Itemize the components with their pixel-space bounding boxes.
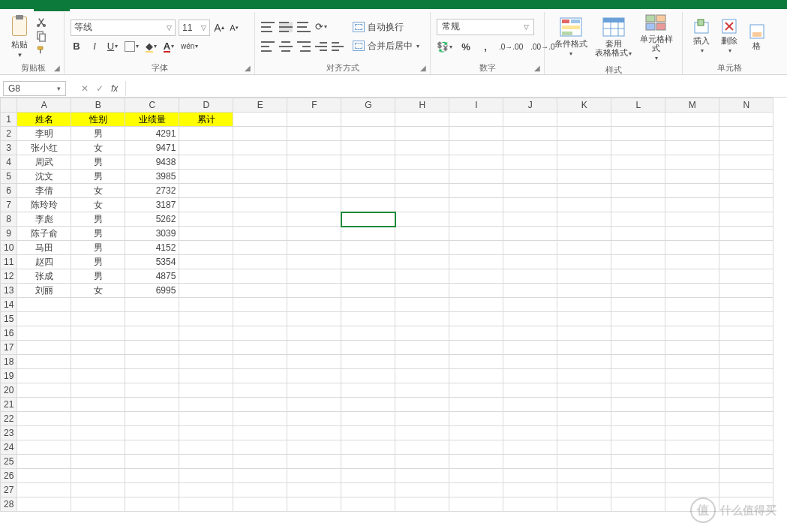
row-header-28[interactable]: 28 <box>1 497 17 512</box>
row-header-22[interactable]: 22 <box>1 412 17 426</box>
cell-G6[interactable] <box>341 184 395 198</box>
cell-J5[interactable] <box>503 170 557 184</box>
cell-G28[interactable] <box>341 497 395 512</box>
cell-I15[interactable] <box>449 312 503 326</box>
row-header-9[interactable]: 9 <box>1 227 17 241</box>
cell-A20[interactable] <box>17 383 71 398</box>
row-header-3[interactable]: 3 <box>1 141 17 155</box>
name-box[interactable]: G8▾ <box>3 81 66 96</box>
cell-H23[interactable] <box>395 426 449 440</box>
cell-A17[interactable] <box>17 341 71 355</box>
cell-L10[interactable] <box>611 241 665 255</box>
orientation-button[interactable]: ⟳▾ <box>315 20 327 35</box>
cell-G14[interactable] <box>341 298 395 312</box>
cell-H27[interactable] <box>395 483 449 497</box>
cell-J21[interactable] <box>503 398 557 412</box>
bold-button[interactable]: B <box>71 39 83 54</box>
cell-E4[interactable] <box>233 155 287 170</box>
cell-L22[interactable] <box>611 412 665 426</box>
cell-K9[interactable] <box>557 227 611 241</box>
cell-A24[interactable] <box>17 440 71 455</box>
cell-N3[interactable] <box>719 141 773 155</box>
row-header-23[interactable]: 23 <box>1 426 17 440</box>
cell-M9[interactable] <box>665 227 719 241</box>
cell-L25[interactable] <box>611 455 665 469</box>
cell-L20[interactable] <box>611 383 665 398</box>
cell-F5[interactable] <box>287 170 341 184</box>
cell-C11[interactable]: 5354 <box>125 255 179 269</box>
cell-D16[interactable] <box>179 326 233 341</box>
cell-A7[interactable]: 陈玲玲 <box>17 198 71 212</box>
column-header-F[interactable]: F <box>287 98 341 113</box>
cell-C6[interactable]: 2732 <box>125 184 179 198</box>
cell-C12[interactable]: 4875 <box>125 269 179 284</box>
cell-I8[interactable] <box>449 212 503 227</box>
cell-M10[interactable] <box>665 241 719 255</box>
cell-D24[interactable] <box>179 440 233 455</box>
cell-E17[interactable] <box>233 341 287 355</box>
cell-F27[interactable] <box>287 483 341 497</box>
cell-B11[interactable]: 男 <box>71 255 125 269</box>
cell-N14[interactable] <box>719 298 773 312</box>
cell-N5[interactable] <box>719 170 773 184</box>
cell-F22[interactable] <box>287 412 341 426</box>
cell-F28[interactable] <box>287 497 341 512</box>
cell-D22[interactable] <box>179 412 233 426</box>
cell-M5[interactable] <box>665 170 719 184</box>
cell-L16[interactable] <box>611 326 665 341</box>
cell-M8[interactable] <box>665 212 719 227</box>
phonetic-button[interactable]: wén▾ <box>181 39 198 54</box>
cell-M25[interactable] <box>665 455 719 469</box>
cell-I17[interactable] <box>449 341 503 355</box>
cell-A6[interactable]: 李倩 <box>17 184 71 198</box>
cell-N10[interactable] <box>719 241 773 255</box>
cell-N6[interactable] <box>719 184 773 198</box>
cell-I9[interactable] <box>449 227 503 241</box>
cell-G26[interactable] <box>341 469 395 483</box>
cell-H24[interactable] <box>395 440 449 455</box>
cell-F1[interactable] <box>287 113 341 127</box>
increase-indent-button[interactable] <box>332 39 344 54</box>
cell-B14[interactable] <box>71 298 125 312</box>
cell-L24[interactable] <box>611 440 665 455</box>
cell-N1[interactable] <box>719 113 773 127</box>
cell-F18[interactable] <box>287 355 341 369</box>
cell-F13[interactable] <box>287 284 341 298</box>
cell-J11[interactable] <box>503 255 557 269</box>
cell-A26[interactable] <box>17 469 71 483</box>
cell-L11[interactable] <box>611 255 665 269</box>
cell-F12[interactable] <box>287 269 341 284</box>
cell-B8[interactable]: 男 <box>71 212 125 227</box>
cell-F19[interactable] <box>287 369 341 383</box>
cell-H6[interactable] <box>395 184 449 198</box>
cell-I22[interactable] <box>449 412 503 426</box>
cell-B17[interactable] <box>71 341 125 355</box>
cell-L27[interactable] <box>611 483 665 497</box>
cell-A3[interactable]: 张小红 <box>17 141 71 155</box>
column-header-L[interactable]: L <box>611 98 665 113</box>
cell-B19[interactable] <box>71 369 125 383</box>
cell-G7[interactable] <box>341 198 395 212</box>
cell-G10[interactable] <box>341 241 395 255</box>
cell-M19[interactable] <box>665 369 719 383</box>
cell-H4[interactable] <box>395 155 449 170</box>
decrease-indent-button[interactable] <box>315 39 327 54</box>
cell-G16[interactable] <box>341 326 395 341</box>
cell-D12[interactable] <box>179 269 233 284</box>
cell-L8[interactable] <box>611 212 665 227</box>
cell-K2[interactable] <box>557 127 611 141</box>
row-header-8[interactable]: 8 <box>1 212 17 227</box>
cell-G4[interactable] <box>341 155 395 170</box>
cell-M27[interactable] <box>665 483 719 497</box>
cell-B5[interactable]: 男 <box>71 170 125 184</box>
cell-A19[interactable] <box>17 369 71 383</box>
insert-button[interactable]: 插入▾ <box>689 18 715 56</box>
row-header-16[interactable]: 16 <box>1 326 17 341</box>
cell-M2[interactable] <box>665 127 719 141</box>
cell-K11[interactable] <box>557 255 611 269</box>
format-button[interactable]: 格 <box>743 23 770 50</box>
cell-E25[interactable] <box>233 455 287 469</box>
cell-L3[interactable] <box>611 141 665 155</box>
cell-F6[interactable] <box>287 184 341 198</box>
cell-L14[interactable] <box>611 298 665 312</box>
